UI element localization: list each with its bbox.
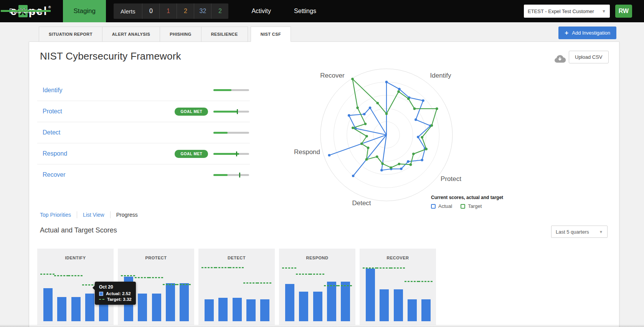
category-link-detect[interactable]: Detect <box>43 129 60 136</box>
radar-point[interactable] <box>414 118 417 121</box>
actual-bar[interactable] <box>180 283 189 321</box>
actual-bar[interactable] <box>313 292 322 321</box>
radar-point[interactable] <box>365 135 368 138</box>
actual-bar[interactable] <box>421 299 431 321</box>
target-line <box>215 267 231 268</box>
alert-count[interactable]: 0 <box>142 3 159 19</box>
target-line <box>310 274 325 275</box>
radar-point[interactable] <box>431 124 433 127</box>
category-link-protect[interactable]: Protect <box>43 108 62 115</box>
alert-count[interactable]: 2 <box>211 3 228 19</box>
target-line <box>282 267 297 269</box>
radar-point[interactable] <box>365 158 368 161</box>
actual-bar[interactable] <box>260 299 269 321</box>
view-link-top-priorities[interactable]: Top Priorities <box>40 212 71 218</box>
category-link-recover[interactable]: Recover <box>43 171 66 178</box>
radar-point[interactable] <box>397 90 400 93</box>
actual-bar[interactable] <box>380 289 389 321</box>
tab-resilience[interactable]: RESILIENCE <box>201 27 248 42</box>
target-line <box>40 274 56 275</box>
nav-item-settings[interactable]: Settings <box>286 0 325 22</box>
radar-point[interactable] <box>436 108 438 110</box>
alert-count[interactable]: 2 <box>177 3 194 19</box>
progress-fill <box>213 132 228 134</box>
tab-situation-report[interactable]: SITUATION REPORT <box>39 27 102 42</box>
radar-point[interactable] <box>412 153 415 155</box>
actual-bar[interactable] <box>233 298 242 321</box>
alert-count[interactable]: 1 <box>159 3 177 19</box>
target-line <box>201 267 217 268</box>
radar-point[interactable] <box>376 102 379 105</box>
radar-point[interactable] <box>364 123 367 125</box>
radar-point[interactable] <box>363 113 366 116</box>
radar-point[interactable] <box>390 166 392 169</box>
actual-bar[interactable] <box>408 299 417 321</box>
radar-point[interactable] <box>398 88 401 91</box>
alerts-label[interactable]: Alerts <box>114 3 142 19</box>
actual-bar[interactable] <box>394 289 403 321</box>
radar-point[interactable] <box>421 136 423 139</box>
radar-point[interactable] <box>380 169 383 172</box>
customer-select[interactable]: ETEST - Expel Test Customer ▼ <box>524 5 610 18</box>
radar-point[interactable] <box>352 174 355 177</box>
radar-point[interactable] <box>352 127 354 129</box>
radar-point[interactable] <box>376 156 378 158</box>
radar-point[interactable] <box>385 81 388 83</box>
actual-bar[interactable] <box>85 294 94 321</box>
radar-point[interactable] <box>422 100 424 102</box>
category-link-respond[interactable]: Respond <box>43 150 67 157</box>
actual-bar[interactable] <box>327 282 336 321</box>
radar-point[interactable] <box>400 168 403 170</box>
radar-point[interactable] <box>367 146 370 149</box>
radar-point[interactable] <box>407 98 410 100</box>
quarter-range-select[interactable]: Last 5 quarters ▼ <box>551 226 608 238</box>
radar-point[interactable] <box>381 163 384 165</box>
radar-point[interactable] <box>328 154 331 157</box>
nav-item-dashboards[interactable]: Dashboards <box>1 11 51 12</box>
target-line <box>363 267 378 269</box>
env-tab-staging[interactable]: Staging <box>63 0 106 22</box>
actual-bar[interactable] <box>71 297 81 321</box>
tab-alert-analysis[interactable]: ALERT ANALYSIS <box>102 27 160 42</box>
legend-item-target[interactable]: Target <box>461 203 482 209</box>
radar-point[interactable] <box>398 163 401 165</box>
view-link-list-view[interactable]: List View <box>83 212 104 218</box>
legend-item-actual[interactable]: Actual <box>431 203 452 209</box>
actual-bar[interactable] <box>152 294 161 321</box>
category-link-identify[interactable]: Identify <box>43 87 63 94</box>
alerts-group: Alerts 012322 <box>114 3 228 19</box>
upload-csv-button[interactable]: Upload CSV <box>569 51 609 63</box>
actual-bar[interactable] <box>299 292 308 321</box>
radar-point[interactable] <box>369 106 372 109</box>
alert-count[interactable]: 32 <box>194 3 211 19</box>
score-chart-respond: RESPOND <box>279 249 355 325</box>
radar-point[interactable] <box>385 113 388 115</box>
radar-point[interactable] <box>421 159 423 161</box>
actual-bar[interactable] <box>246 299 256 321</box>
radar-point[interactable] <box>348 114 350 117</box>
actual-bar[interactable] <box>166 283 175 321</box>
role-badge[interactable]: RW <box>615 5 632 18</box>
radar-point[interactable] <box>407 160 410 163</box>
tab-nist-csf[interactable]: NIST CSF <box>251 27 291 42</box>
radar-point[interactable] <box>425 148 428 151</box>
actual-bar[interactable] <box>43 288 53 321</box>
view-current-progress: Progress <box>116 212 138 218</box>
radar-point[interactable] <box>410 163 412 166</box>
actual-bar[interactable] <box>57 297 66 321</box>
chart-title: RECOVER <box>360 256 436 260</box>
radar-point[interactable] <box>356 106 359 109</box>
actual-bar[interactable] <box>341 282 350 321</box>
add-investigation-button[interactable]: + Add Investigation <box>558 27 616 39</box>
radar-point[interactable] <box>351 78 354 80</box>
actual-bar[interactable] <box>205 299 214 321</box>
nav-item-activity[interactable]: Activity <box>243 0 279 22</box>
radar-point[interactable] <box>413 108 416 110</box>
actual-bar[interactable] <box>138 294 147 321</box>
radar-point[interactable] <box>417 136 419 138</box>
tab-phishing[interactable]: PHISHING <box>160 27 201 42</box>
actual-bar[interactable] <box>366 269 375 321</box>
actual-bar[interactable] <box>218 298 228 321</box>
actual-bar[interactable] <box>285 284 294 321</box>
radar-point[interactable] <box>360 143 363 145</box>
